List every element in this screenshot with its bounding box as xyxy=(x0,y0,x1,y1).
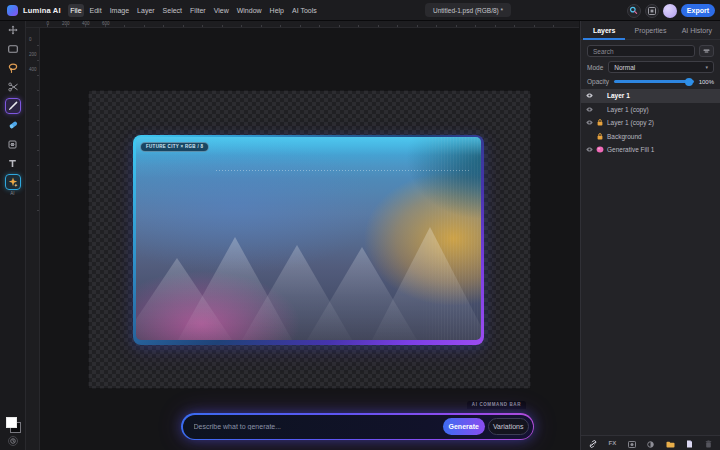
foreground-color-swatch[interactable] xyxy=(6,417,17,428)
ai-command-bar-frame: Generate Variations xyxy=(181,413,534,440)
app-window: Lumina AI File Edit Image Layer Select F… xyxy=(0,0,720,450)
tab-properties[interactable]: Properties xyxy=(627,21,673,39)
layer-row-background[interactable]: Background xyxy=(581,130,720,144)
layer-search-row xyxy=(587,45,714,57)
blend-mode-select[interactable]: Normal ▾ xyxy=(608,61,714,73)
ai-command-bar-label: AI COMMAND BAR xyxy=(467,401,526,409)
mask-icon xyxy=(628,441,636,448)
move-tool-button[interactable] xyxy=(5,22,21,38)
ai-search-icon xyxy=(629,6,638,15)
type-tool-button[interactable] xyxy=(5,155,21,171)
layer-row-generative-fill-1[interactable]: Generative Fill 1 xyxy=(581,143,720,157)
type-icon xyxy=(8,159,17,168)
marquee-icon xyxy=(8,45,18,53)
brush-tool-button[interactable] xyxy=(5,98,21,114)
visibility-eye-icon[interactable] xyxy=(586,93,593,98)
move-icon xyxy=(8,25,18,35)
app-logo-icon xyxy=(7,5,18,16)
menu-item-window[interactable]: Window xyxy=(234,4,264,17)
marquee-tool-button[interactable] xyxy=(5,41,21,57)
generate-prompt-input[interactable] xyxy=(194,423,440,430)
filter-icon xyxy=(703,48,710,54)
new-group-button[interactable] xyxy=(666,434,675,450)
variations-button[interactable]: Variations xyxy=(488,418,529,435)
adjustment-layer-button[interactable] xyxy=(647,434,654,450)
opacity-value: 100% xyxy=(699,79,714,85)
menu-item-ai-tools[interactable]: AI Tools xyxy=(290,4,320,17)
user-avatar[interactable] xyxy=(663,4,677,18)
visibility-eye-icon[interactable] xyxy=(586,107,593,112)
ai-sparkle-icon xyxy=(8,177,18,187)
menu-bar: Lumina AI File Edit Image Layer Select F… xyxy=(0,0,720,21)
tab-layers[interactable]: Layers xyxy=(581,21,627,39)
ai-command-bar: AI COMMAND BAR Generate Variations xyxy=(181,399,534,440)
lock-icon xyxy=(596,133,604,140)
ruler-label: 400 xyxy=(29,68,37,73)
vertical-ruler: 0 200 400 xyxy=(26,28,40,450)
grid-icon xyxy=(648,7,656,15)
ai-command-bar-inner: Generate Variations xyxy=(183,415,533,439)
document-title-tab[interactable]: Untitled-1.psd (RGB/8) * xyxy=(425,3,511,17)
visibility-eye-icon[interactable] xyxy=(586,120,593,125)
generative-fill-icon xyxy=(596,146,604,153)
app-title: Lumina AI xyxy=(23,6,61,15)
artwork-title-badge: FUTURE CITY × RGB / 8 xyxy=(140,142,209,152)
canvas-area: 0 200 400 600 0 200 400 xyxy=(26,21,579,450)
blend-mode-label: Mode xyxy=(587,64,603,71)
ai-search-button[interactable] xyxy=(627,4,641,18)
link-layers-button[interactable] xyxy=(589,434,597,450)
clone-stamp-tool-button[interactable] xyxy=(5,136,21,152)
tool-palette: AI xyxy=(0,21,26,450)
layer-name: Layer 1 (copy 2) xyxy=(607,119,654,126)
menu-item-layer[interactable]: Layer xyxy=(135,4,158,17)
layer-filter-button[interactable] xyxy=(699,45,714,57)
layer-row-layer-1[interactable]: Layer 1 xyxy=(581,89,720,103)
ruler-label: 0 xyxy=(29,38,32,43)
brush-icon xyxy=(8,101,18,111)
trash-icon xyxy=(705,440,712,448)
layers-panel: Layers Properties AI History Mode Normal… xyxy=(580,21,720,450)
opacity-slider-handle[interactable] xyxy=(685,78,693,86)
lock-icon xyxy=(596,119,604,126)
menu-item-file[interactable]: File xyxy=(68,4,84,17)
menu-item-edit[interactable]: Edit xyxy=(87,4,104,17)
layers-panel-footer: FX xyxy=(581,435,720,450)
link-icon xyxy=(589,440,597,448)
visibility-eye-icon[interactable] xyxy=(586,147,593,152)
clone-stamp-icon xyxy=(8,140,17,149)
delete-layer-button[interactable] xyxy=(705,434,712,450)
artwork-image[interactable]: FUTURE CITY × RGB / 8 xyxy=(136,137,481,340)
new-layer-button[interactable] xyxy=(686,434,693,450)
document-canvas[interactable]: FUTURE CITY × RGB / 8 xyxy=(88,90,531,389)
scissors-tool-button[interactable] xyxy=(5,79,21,95)
menu-item-help[interactable]: Help xyxy=(267,4,286,17)
opacity-slider[interactable] xyxy=(614,80,694,83)
workspace-grid-button[interactable] xyxy=(645,4,659,18)
blend-mode-value: Normal xyxy=(614,64,635,71)
export-button[interactable]: Export xyxy=(681,4,715,17)
eraser-tool-button[interactable] xyxy=(5,117,21,133)
horizontal-ruler: 0 200 400 600 xyxy=(26,21,579,28)
artwork-frame: FUTURE CITY × RGB / 8 xyxy=(133,135,484,345)
menu-item-select[interactable]: Select xyxy=(160,4,184,17)
ai-generate-tool-button[interactable] xyxy=(5,174,21,190)
opacity-row: Opacity 100% xyxy=(587,78,714,85)
generate-button[interactable]: Generate xyxy=(443,418,485,435)
layer-name: Layer 1 (copy) xyxy=(607,106,649,113)
tab-ai-history[interactable]: AI History xyxy=(674,21,720,39)
menu-item-view[interactable]: View xyxy=(211,4,231,17)
layer-search-input[interactable] xyxy=(587,45,695,57)
reset-colors-button[interactable] xyxy=(8,436,18,446)
ruler-label: 200 xyxy=(29,53,37,58)
menu-item-filter[interactable]: Filter xyxy=(188,4,209,17)
add-mask-button[interactable] xyxy=(628,434,636,450)
layer-row-layer-1-copy[interactable]: Layer 1 (copy) xyxy=(581,103,720,117)
layer-effects-button[interactable]: FX xyxy=(609,440,617,446)
main-menu: File Edit Image Layer Select Filter View… xyxy=(68,4,320,17)
blend-mode-row: Mode Normal ▾ xyxy=(587,61,714,73)
menu-item-image[interactable]: Image xyxy=(107,4,131,17)
history-icon xyxy=(10,438,16,444)
opacity-label: Opacity xyxy=(587,78,609,85)
lasso-tool-button[interactable] xyxy=(5,60,21,76)
layer-row-layer-1-copy-2[interactable]: Layer 1 (copy 2) xyxy=(581,116,720,130)
